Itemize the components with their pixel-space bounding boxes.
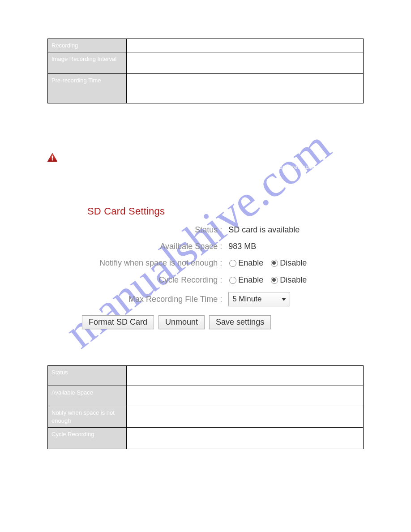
cell-value: Select to enable or disable sending a no… [127, 406, 364, 428]
status-value: SD card is available [228, 225, 344, 235]
notify-enable-label: Enable [238, 258, 263, 267]
table-row: Cycle Recording Select to enable or disa… [48, 428, 364, 449]
breadcrumb: Home > SD Card Settings [47, 20, 364, 27]
unmount-button[interactable]: Unmount [158, 315, 205, 329]
table-row: Notify when space is not enough Select t… [48, 406, 364, 428]
max-recording-time-select[interactable]: 5 Minute [228, 292, 290, 306]
cell-value: Select the type of image to save. Availa… [127, 39, 364, 52]
cell-value: Select to enable or disable cycle record… [127, 428, 364, 449]
max-recording-time-label: Max Recording File Time : [67, 295, 228, 304]
cycle-recording-row: Cycle Recording : Enable Disable [67, 275, 344, 285]
table-row: Available Space Displays the available s… [48, 386, 364, 406]
cell-value: Select the interval in seconds for savin… [127, 52, 364, 74]
cell-value: Displays the available space on the SD c… [127, 386, 364, 406]
cycle-disable-label: Disable [280, 275, 307, 284]
cycle-enable-label: Enable [238, 275, 263, 284]
cell-label: Cycle Recording [48, 428, 127, 449]
cell-value: Select the time in seconds to record bef… [127, 74, 364, 103]
top-param-table: Recording Select the type of image to sa… [47, 39, 364, 103]
caution-label: Caution [62, 153, 83, 160]
cell-label: Pre-recording Time [48, 74, 127, 103]
notify-row: Notifiy when space is not enough : Enabl… [67, 258, 344, 268]
notify-label: Notifiy when space is not enough : [67, 258, 228, 268]
section-title: SD Card Settings [47, 113, 364, 120]
table-row: Pre-recording Time Select the time in se… [48, 74, 364, 103]
cell-label: Notify when space is not enough [48, 406, 127, 428]
intro-tail: ). [54, 29, 57, 36]
cell-label: Status [48, 366, 127, 386]
cell-value: Indicates the current status of the SD c… [127, 366, 364, 386]
figure-label: Figure 4-19 [47, 345, 364, 352]
table-row: Recording Select the type of image to sa… [48, 39, 364, 52]
caution-text: Perform the unmount operation or turn of… [47, 163, 364, 179]
notify-disable-label: Disable [280, 258, 307, 267]
cycle-disable-radio[interactable] [271, 277, 278, 284]
cell-label: Image Recording Interval [48, 52, 127, 74]
intro-line: 43). [47, 29, 364, 37]
page-ref: 43 [47, 29, 54, 36]
svg-point-1 [52, 159, 53, 160]
bottom-param-table: Status Indicates the current status of t… [47, 365, 364, 449]
card-title: SD Card Settings [87, 206, 344, 217]
section-para: On this page you can configure the setti… [47, 125, 364, 133]
caution-icon [47, 153, 57, 162]
format-sd-card-button[interactable]: Format SD Card [82, 315, 154, 329]
save-settings-button[interactable]: Save settings [209, 315, 271, 329]
max-recording-time-row: Max Recording File Time : 5 Minute [67, 292, 344, 306]
available-space-value: 983 MB [228, 242, 344, 251]
cycle-enable-radio[interactable] [229, 277, 236, 284]
available-space-row: Availbale Space : 983 MB [67, 242, 344, 251]
select-value: 5 Minute [232, 295, 261, 304]
table-row: Image Recording Interval Select the inte… [48, 52, 364, 74]
notify-enable-radio[interactable] [229, 260, 236, 267]
sd-card-settings-card: SD Card Settings Status : SD card is ava… [58, 191, 353, 339]
cell-label: Available Space [48, 386, 127, 406]
status-label: Status : [67, 225, 228, 235]
cycle-recording-label: Cycle Recording : [67, 275, 228, 285]
chevron-down-icon [282, 298, 286, 301]
available-space-label: Availbale Space : [67, 242, 228, 251]
notify-disable-radio[interactable] [271, 260, 278, 267]
status-row: Status : SD card is available [67, 225, 344, 235]
cell-label: Recording [48, 39, 127, 52]
table-row: Status Indicates the current status of t… [48, 366, 364, 386]
svg-rect-0 [52, 155, 53, 159]
